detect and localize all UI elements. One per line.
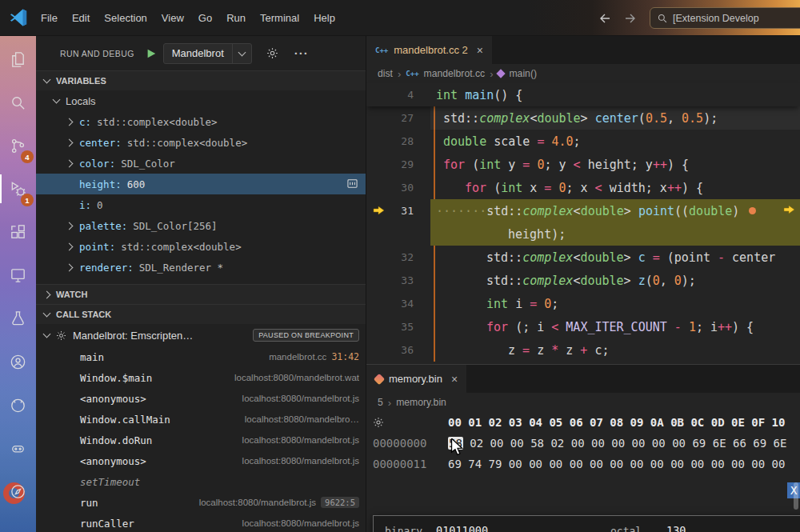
gutter[interactable]: 32 (366, 246, 430, 269)
inspector-value: 01011000 (436, 524, 610, 532)
code-line-31-wrapped[interactable]: height); (366, 222, 800, 246)
code-line-32[interactable]: 32 std::complex<double> c = (point - cen… (366, 246, 800, 269)
code-text: for (; i < MAX_ITER_COUNT - 1; i++) { (486, 320, 754, 334)
code-text: ·······std::complex<double> point((doubl… (436, 204, 739, 218)
session-name: Mandelbrot: Emscripten… (73, 330, 246, 342)
scope-locals[interactable]: Locals (36, 90, 366, 111)
activitybar-explorer[interactable] (0, 38, 36, 81)
hex-row-1[interactable]: 00000011 69 74 79 00 00 00 00 00 00 00 0… (366, 454, 800, 474)
code-line-31-current[interactable]: 31 ·······std::complex<double> point((do… (366, 199, 800, 222)
tab-mandelbrot-cc[interactable]: C++ mandelbrot.cc 2 × (366, 36, 492, 64)
debug-session-row[interactable]: Mandelbrot: Emscripten… PAUSED ON BREAKP… (36, 324, 366, 346)
activitybar-extensions[interactable] (0, 210, 36, 254)
hex-view[interactable]: 00 01 02 03 04 05 06 07 08 09 0A 0B 0C 0… (366, 412, 800, 474)
variable-row-renderer[interactable]: renderer: SDL_Renderer * (36, 257, 366, 278)
navigate-forward-icon[interactable] (624, 12, 637, 25)
code-text: z = z * z + c; (508, 343, 609, 358)
debug-session-icon (56, 330, 66, 341)
call-stack-section-header[interactable]: CALL STACK (36, 304, 366, 324)
stack-frame[interactable]: runCaller localhost:8080/mandelbrot.js (36, 513, 366, 532)
code-line-33[interactable]: 33 std::complex<double> z(0, 0); (366, 269, 800, 292)
hex-bytes[interactable]: 58 02 00 00 58 02 00 00 00 00 00 00 69 6… (448, 437, 786, 450)
menu-file[interactable]: File (34, 0, 65, 36)
stack-frame-main[interactable]: main mandelbrot.cc 31:42 (36, 346, 366, 367)
vscode-logo[interactable] (10, 9, 27, 26)
sticky-scroll-line[interactable]: 4 int main() { (366, 83, 800, 106)
activitybar-remote-explorer[interactable] (0, 254, 36, 297)
stack-frame[interactable]: Window.$main localhost:8080/mandelbrot.w… (36, 367, 366, 388)
gutter[interactable]: 36 (366, 338, 430, 362)
gutter[interactable] (366, 222, 430, 246)
inline-breakpoint-icon[interactable] (749, 207, 756, 214)
code-text: int i = 0; (486, 297, 558, 311)
more-actions-icon[interactable]: ··· (294, 46, 309, 60)
command-center-search[interactable]: [Extension Develop (650, 7, 800, 29)
navigate-back-icon[interactable] (598, 12, 611, 25)
gutter[interactable]: 30 (366, 176, 430, 199)
variable-row-palette[interactable]: palette: SDL_Color[256] (36, 215, 366, 236)
activitybar-search[interactable] (0, 81, 36, 124)
breadcrumb-item[interactable]: 5 (378, 397, 383, 408)
code-area[interactable]: 27 std::complex<double> center(0.5, 0.5)… (366, 106, 800, 362)
gutter[interactable]: 27 (366, 106, 430, 130)
gutter[interactable]: 34 (366, 292, 430, 315)
variable-row-height[interactable]: height: 600 (36, 174, 366, 194)
activitybar-testing[interactable] (0, 297, 36, 340)
stack-frame[interactable]: <anonymous> localhost:8080/mandelbrot.js (36, 388, 366, 409)
variable-row-color[interactable]: color: SDL_Color (36, 153, 366, 174)
menu-help[interactable]: Help (306, 0, 342, 36)
gutter[interactable]: 31 (366, 199, 430, 222)
breadcrumb-item-symbol[interactable]: main() (509, 68, 537, 79)
code-line-30[interactable]: 30 for (int x = 0; x < width; x++) { (366, 176, 800, 199)
activitybar-compass[interactable] (0, 470, 36, 513)
variable-row-center[interactable]: center: std::complex<double> (36, 132, 366, 153)
code-line-34[interactable]: 34 int i = 0; (366, 292, 800, 315)
menu-edit[interactable]: Edit (65, 0, 97, 36)
activitybar-source-control[interactable]: 4 (0, 124, 36, 167)
gutter[interactable]: 35 (366, 315, 430, 338)
stack-frame-settimeout[interactable]: setTimeout (36, 471, 366, 492)
gutter[interactable]: 33 (366, 269, 430, 292)
menu-go[interactable]: Go (191, 0, 219, 36)
view-binary-data-icon[interactable] (347, 178, 358, 191)
menu-selection[interactable]: Selection (97, 0, 154, 36)
gutter[interactable]: 28 (366, 130, 430, 153)
activitybar-accounts[interactable] (0, 340, 36, 383)
stack-frame[interactable]: Window.callMain localhost:8080/mandelbro… (36, 409, 366, 430)
stack-frame[interactable]: Window.doRun localhost:8080/mandelbrot.j… (36, 430, 366, 450)
variable-row-point[interactable]: point: std::complex<double> (36, 236, 366, 257)
activitybar-run-and-debug[interactable]: 1 (0, 167, 36, 210)
watch-section-header[interactable]: WATCH (36, 284, 366, 304)
stack-frame[interactable]: run localhost:8080/mandelbrot.js 9622:5 (36, 492, 366, 513)
activitybar-copilot[interactable] (0, 426, 36, 470)
tab-memory-bin[interactable]: memory.bin × (366, 365, 466, 393)
menu-terminal[interactable]: Terminal (253, 0, 306, 36)
menu-run[interactable]: Run (219, 0, 253, 36)
start-debug-icon[interactable] (146, 48, 157, 59)
variable-row-c[interactable]: c: std::complex<double> (36, 111, 366, 132)
gutter[interactable]: 4 (366, 83, 430, 106)
hex-row-0[interactable]: 00000000 58 02 00 00 58 02 00 00 00 00 0… (366, 433, 800, 454)
code-line-36[interactable]: 36 z = z * z + c; (366, 338, 800, 362)
code-line-27[interactable]: 27 std::complex<double> center(0.5, 0.5)… (366, 106, 800, 130)
close-icon[interactable]: × (477, 44, 483, 57)
breadcrumb-item-file[interactable]: mandelbrot.cc (424, 68, 486, 79)
debug-settings-gear-icon[interactable] (266, 47, 278, 59)
variable-row-i[interactable]: i: 0 (36, 194, 366, 215)
launch-config-select[interactable]: Mandelbrot (163, 43, 252, 64)
code-text: std::complex<double> center(0.5, 0.5); (443, 111, 718, 126)
activitybar-github[interactable] (0, 383, 36, 426)
code-line-35[interactable]: 35 for (; i < MAX_ITER_COUNT - 1; i++) { (366, 315, 800, 338)
menu-view[interactable]: View (154, 0, 191, 36)
close-icon[interactable]: × (451, 373, 458, 386)
hex-settings-gear-icon[interactable] (373, 417, 384, 428)
variables-section-header[interactable]: VARIABLES (36, 70, 366, 90)
breadcrumb-item-dist[interactable]: dist (378, 68, 393, 79)
chevron-down-icon (43, 76, 51, 84)
breadcrumb-item-file[interactable]: memory.bin (396, 397, 446, 408)
stack-frame[interactable]: <anonymous> localhost:8080/mandelbrot.js (36, 450, 366, 471)
gutter[interactable]: 29 (366, 153, 430, 176)
scrollbar-thumb[interactable] (794, 482, 798, 510)
code-line-28[interactable]: 28 double scale = 4.0; (366, 130, 800, 153)
code-line-29[interactable]: 29 for (int y = 0; y < height; y++) { (366, 153, 800, 176)
